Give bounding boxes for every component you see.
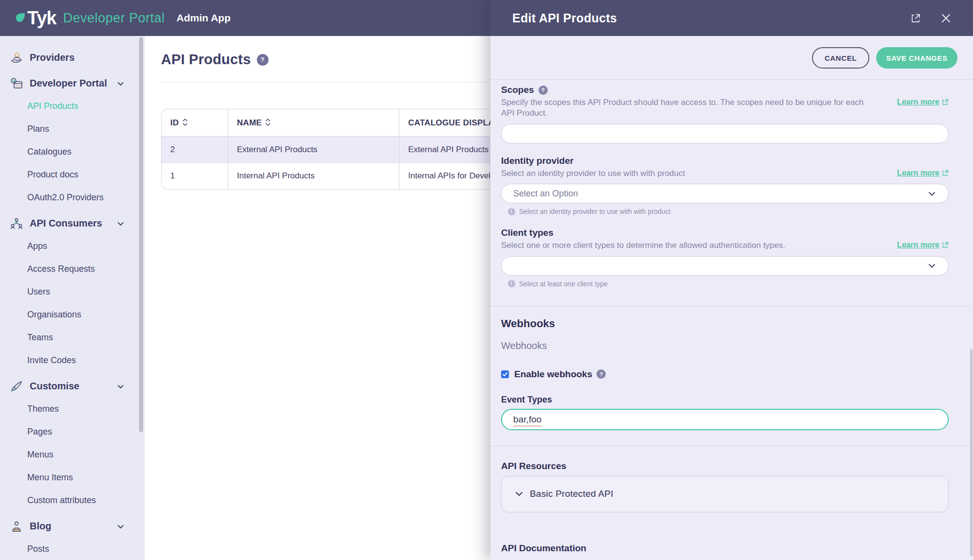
- webhooks-help-icon[interactable]: ?: [596, 369, 606, 379]
- logo-text: Tyk: [27, 9, 56, 27]
- sidebar-item-label: Organisations: [27, 310, 81, 320]
- chevron-down-icon: [514, 489, 524, 499]
- sidebar-item-product-docs[interactable]: Product docs: [0, 163, 144, 186]
- sidebar-item-menus[interactable]: Menus: [0, 443, 144, 466]
- panel-title: Edit API Products: [512, 11, 910, 25]
- chevron-down-icon[interactable]: [117, 80, 125, 88]
- open-in-new-window-icon[interactable]: [910, 13, 921, 24]
- sidebar-item-label: Customise: [30, 381, 79, 392]
- webhooks-subheading: Webhooks: [501, 340, 949, 351]
- cancel-button[interactable]: CANCEL: [812, 47, 869, 69]
- enable-webhooks-label: Enable webhooks: [514, 369, 592, 380]
- sort-icon[interactable]: [182, 118, 188, 126]
- sidebar: Providers </> Developer Portal API Produ…: [0, 36, 144, 560]
- identity-provider-hint: ! Select an identity provider to use wit…: [508, 208, 949, 215]
- info-icon: !: [508, 208, 515, 215]
- column-header-name[interactable]: NAME: [228, 109, 399, 137]
- cell-name[interactable]: External API Products: [228, 137, 399, 163]
- sidebar-item-users[interactable]: Users: [0, 280, 144, 303]
- sidebar-item-api-products[interactable]: API Products: [0, 95, 144, 118]
- identity-provider-select[interactable]: Select an Option: [501, 184, 949, 203]
- close-icon[interactable]: [940, 13, 952, 24]
- customise-icon: [10, 380, 23, 393]
- sidebar-item-organisations[interactable]: Organisations: [0, 303, 144, 326]
- window-scrollbar[interactable]: [970, 349, 973, 557]
- client-types-hint: ! Select at least one client type: [508, 280, 949, 288]
- tyk-logo[interactable]: Tyk: [15, 9, 56, 27]
- scopes-input[interactable]: [513, 128, 937, 139]
- api-resources-label: API Resources: [501, 461, 949, 472]
- sidebar-scrollbar[interactable]: [139, 37, 143, 432]
- sidebar-item-label: Invite Codes: [27, 355, 76, 366]
- sidebar-item-catalogues[interactable]: Catalogues: [0, 140, 144, 163]
- chevron-down-icon[interactable]: [117, 383, 125, 390]
- sidebar-item-plans[interactable]: Plans: [0, 118, 144, 140]
- sidebar-item-customise[interactable]: Customise: [0, 375, 144, 398]
- sidebar-item-themes[interactable]: Themes: [0, 398, 144, 420]
- identity-learn-more-link[interactable]: Learn more: [897, 169, 949, 177]
- sidebar-item-label: Menus: [27, 450, 54, 460]
- api-resource-accordion[interactable]: Basic Protected API: [501, 476, 949, 512]
- cell-id[interactable]: 1: [162, 163, 228, 189]
- save-changes-button[interactable]: SAVE CHANGES: [876, 47, 957, 69]
- sidebar-item-oauth-providers[interactable]: OAuth2.0 Providers: [0, 186, 144, 209]
- webhooks-heading: Webhooks: [501, 317, 949, 330]
- enable-webhooks-checkbox[interactable]: [501, 370, 509, 378]
- sidebar-item-invite-codes[interactable]: Invite Codes: [0, 349, 144, 372]
- sidebar-item-teams[interactable]: Teams: [0, 326, 144, 349]
- sidebar-item-label: Pages: [27, 427, 52, 437]
- sidebar-item-label: Menu Items: [27, 472, 73, 483]
- sidebar-item-providers[interactable]: Providers: [0, 46, 144, 69]
- sidebar-item-label: Developer Portal: [30, 78, 107, 89]
- external-link-icon: [942, 170, 949, 176]
- external-link-icon: [942, 242, 949, 248]
- scopes-learn-more-link[interactable]: Learn more: [897, 98, 949, 106]
- sidebar-item-api-consumers[interactable]: API Consumers: [0, 212, 144, 235]
- brand-name: Developer Portal: [63, 11, 165, 26]
- sidebar-item-access-requests[interactable]: Access Requests: [0, 258, 144, 280]
- developer-portal-icon: </>: [10, 77, 23, 90]
- chevron-down-icon[interactable]: [117, 220, 125, 228]
- sidebar-item-label: Providers: [30, 52, 74, 63]
- event-types-input[interactable]: bar,foo: [501, 409, 949, 430]
- sidebar-item-label: Apps: [27, 241, 47, 251]
- external-link-icon: [942, 99, 949, 105]
- identity-provider-group: Identity provider Select an identity pro…: [501, 156, 949, 215]
- chevron-down-icon[interactable]: [117, 523, 125, 530]
- client-types-select[interactable]: [501, 256, 949, 276]
- sidebar-item-label: Plans: [27, 124, 49, 134]
- sidebar-item-posts[interactable]: Posts: [0, 538, 144, 560]
- scopes-description: Specify the scopes this API Product shou…: [501, 97, 866, 119]
- scopes-help-icon[interactable]: ?: [539, 86, 548, 95]
- chevron-down-icon: [927, 261, 937, 270]
- column-header-id[interactable]: ID: [162, 109, 228, 137]
- sidebar-item-blog[interactable]: Blog: [0, 515, 144, 538]
- tyk-leaf-icon: [15, 12, 26, 23]
- cell-id[interactable]: 2: [162, 137, 228, 163]
- identity-provider-placeholder: Select an Option: [513, 189, 578, 199]
- sidebar-item-custom-attributes[interactable]: Custom attributes: [0, 489, 144, 512]
- cell-name[interactable]: Internal API Products: [228, 163, 399, 189]
- sidebar-item-apps[interactable]: Apps: [0, 235, 144, 258]
- app-name: Admin App: [177, 12, 231, 24]
- webhooks-section: Webhooks Webhooks Enable webhooks ? Even…: [490, 306, 973, 446]
- sort-icon[interactable]: [265, 118, 270, 126]
- chevron-down-icon: [927, 189, 937, 198]
- client-types-group: Client types Select one or more client t…: [501, 228, 949, 287]
- api-resource-name: Basic Protected API: [530, 489, 613, 499]
- sidebar-item-developer-portal[interactable]: </> Developer Portal: [0, 72, 144, 95]
- blog-icon: [10, 520, 23, 533]
- sidebar-item-menu-items[interactable]: Menu Items: [0, 466, 144, 489]
- client-types-label: Client types: [501, 228, 949, 238]
- info-icon: !: [508, 280, 515, 287]
- sidebar-item-label: Product docs: [27, 170, 78, 180]
- sidebar-nav: Providers </> Developer Portal API Produ…: [0, 36, 144, 560]
- client-types-learn-more-link[interactable]: Learn more: [897, 241, 949, 249]
- sidebar-item-pages[interactable]: Pages: [0, 420, 144, 443]
- sidebar-item-label: Themes: [27, 404, 59, 414]
- event-types-label: Event Types: [501, 395, 949, 405]
- sidebar-item-label: Teams: [27, 332, 53, 343]
- sidebar-item-label: Posts: [27, 544, 49, 554]
- page-help-icon[interactable]: ?: [257, 54, 269, 66]
- identity-provider-description: Select an identity provider to use with …: [501, 168, 685, 179]
